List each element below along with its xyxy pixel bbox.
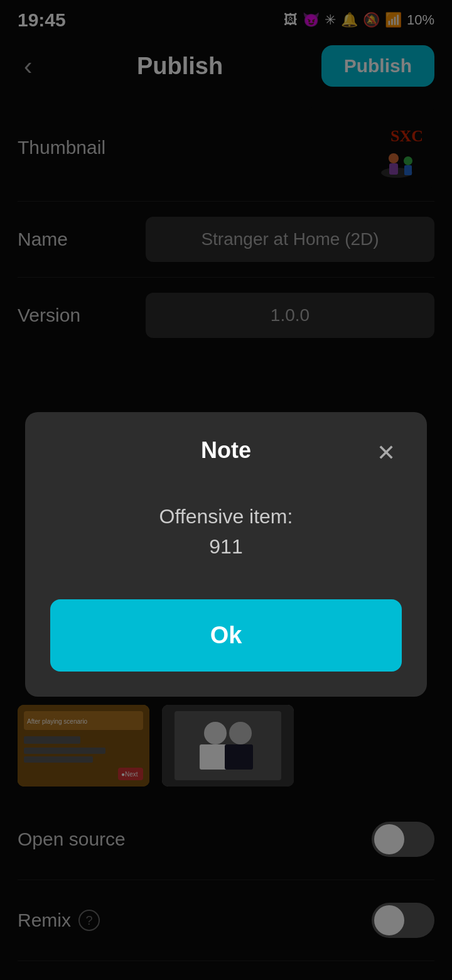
- modal-title: Note: [201, 437, 251, 464]
- modal-message: Offensive item:911: [50, 501, 402, 562]
- modal-ok-button[interactable]: Ok: [50, 599, 402, 672]
- modal-body: Offensive item:911: [50, 501, 402, 562]
- modal-overlay: Note ✕ Offensive item:911 Ok: [0, 0, 452, 980]
- modal-header: Note ✕: [50, 437, 402, 464]
- note-modal: Note ✕ Offensive item:911 Ok: [25, 412, 427, 697]
- modal-close-button[interactable]: ✕: [370, 437, 402, 469]
